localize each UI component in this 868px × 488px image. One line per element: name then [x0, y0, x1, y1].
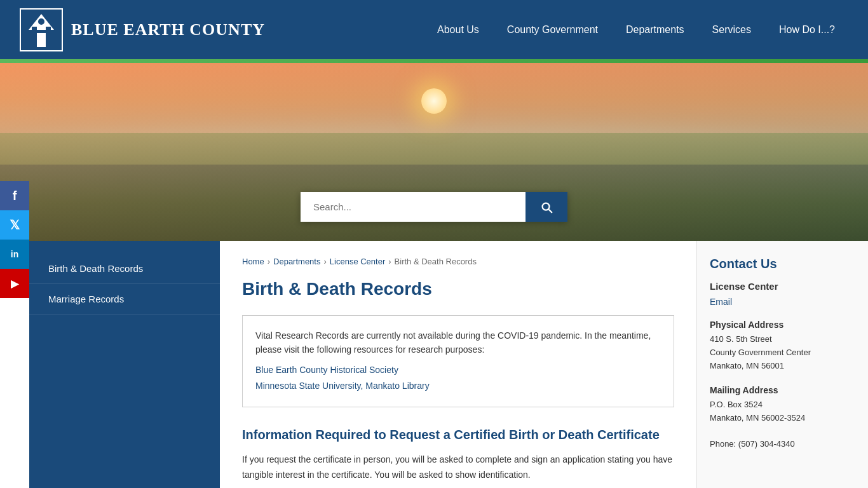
- contact-physical-label: Physical Address: [710, 320, 855, 330]
- svg-rect-2: [37, 33, 46, 47]
- contact-mailing-block: Mailing Address P.O. Box 3524 Mankato, M…: [710, 385, 855, 425]
- search-bar: [301, 192, 567, 222]
- youtube-icon: ▶: [11, 278, 18, 290]
- notice-link-2[interactable]: Minnesota State University, Mankato Libr…: [255, 378, 661, 394]
- hero-banner: [0, 63, 868, 241]
- logo-text: Blue Earth County: [71, 20, 265, 39]
- facebook-icon: f: [13, 189, 17, 203]
- contact-phone: Phone: (507) 304-4340: [710, 438, 855, 451]
- breadcrumb: Home › Departments › License Center › Bi…: [242, 257, 674, 266]
- linkedin-button[interactable]: in: [0, 240, 29, 269]
- breadcrumb-current: Birth & Death Records: [395, 257, 477, 266]
- contact-mailing-label: Mailing Address: [710, 385, 855, 395]
- contact-physical-line3: Mankato, MN 56001: [710, 360, 855, 373]
- contact-physical-line2: County Government Center: [710, 346, 855, 360]
- twitter-icon: 𝕏: [10, 217, 20, 233]
- contact-mailing-line2: Mankato, MN 56002-3524: [710, 412, 855, 425]
- facebook-button[interactable]: f: [0, 181, 29, 210]
- notice-text: Vital Research Records are currently not…: [255, 329, 661, 357]
- breadcrumb-sep-3: ›: [388, 257, 391, 266]
- svg-rect-4: [32, 27, 37, 33]
- svg-rect-5: [46, 27, 51, 33]
- breadcrumb-sep-2: ›: [323, 257, 326, 266]
- sidebar-marriage[interactable]: Marriage Records: [29, 284, 220, 315]
- contact-phone-block: Phone: (507) 304-4340: [710, 438, 855, 451]
- site-header: Blue Earth County About Us County Govern…: [0, 0, 868, 59]
- contact-email-link[interactable]: Email: [710, 297, 732, 307]
- contact-mailing-line1: P.O. Box 3524: [710, 398, 855, 412]
- breadcrumb-license-center[interactable]: License Center: [330, 257, 385, 266]
- search-button[interactable]: [526, 192, 567, 222]
- main-content: Home › Departments › License Center › Bi…: [220, 241, 696, 488]
- contact-title: Contact Us: [710, 257, 855, 271]
- breadcrumb-home[interactable]: Home: [242, 257, 264, 266]
- sidebar-birth-death[interactable]: Birth & Death Records: [29, 254, 220, 284]
- breadcrumb-sep-1: ›: [268, 257, 270, 266]
- page-title: Birth & Death Records: [242, 279, 674, 299]
- contact-physical-block: Physical Address 410 S. 5th Street Count…: [710, 320, 855, 372]
- main-nav: About Us County Government Departments S…: [423, 0, 849, 59]
- nav-services[interactable]: Services: [698, 0, 765, 59]
- section1-body: If you request the certificate in person…: [242, 452, 674, 483]
- contact-section-name: License Center Email: [710, 281, 855, 307]
- left-sidebar: Birth & Death Records Marriage Records: [29, 241, 220, 488]
- site-logo[interactable]: Blue Earth County: [19, 8, 265, 52]
- right-sidebar: Contact Us License Center Email Physical…: [696, 241, 868, 488]
- nav-how-do-i[interactable]: How Do I...?: [765, 0, 849, 59]
- twitter-button[interactable]: 𝕏: [0, 210, 29, 240]
- search-input[interactable]: [301, 192, 526, 222]
- contact-physical-line1: 410 S. 5th Street: [710, 333, 855, 346]
- logo-icon: [19, 8, 64, 52]
- search-icon: [539, 200, 553, 214]
- nav-departments[interactable]: Departments: [612, 0, 698, 59]
- section1-heading: Information Required to Request a Certif…: [242, 426, 674, 443]
- svg-point-6: [38, 18, 44, 25]
- contact-section-title: License Center: [710, 281, 855, 292]
- social-sidebar: f 𝕏 in ▶: [0, 181, 29, 298]
- main-layout: Birth & Death Records Marriage Records H…: [29, 241, 868, 488]
- breadcrumb-departments[interactable]: Departments: [273, 257, 320, 266]
- notice-box: Vital Research Records are currently not…: [242, 315, 674, 407]
- nav-county-government[interactable]: County Government: [493, 0, 612, 59]
- nav-about-us[interactable]: About Us: [423, 0, 493, 59]
- notice-link-1[interactable]: Blue Earth County Historical Society: [255, 362, 661, 378]
- youtube-button[interactable]: ▶: [0, 269, 29, 298]
- linkedin-icon: in: [11, 249, 18, 259]
